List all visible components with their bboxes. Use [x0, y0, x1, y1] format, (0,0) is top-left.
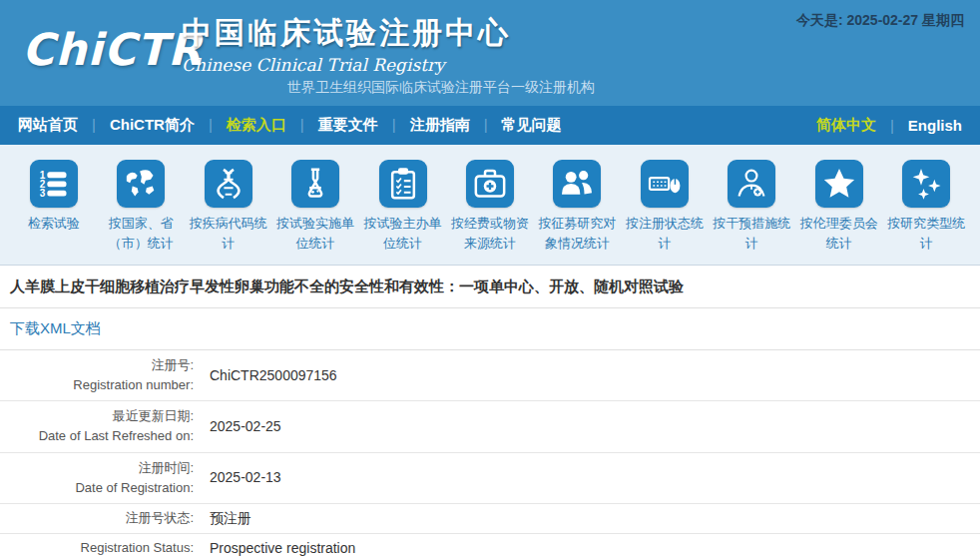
row-label: 注册号状态: [0, 504, 202, 532]
people-icon [553, 160, 601, 208]
nav-item[interactable]: 网站首页 [18, 116, 78, 135]
world-map-icon [117, 160, 165, 208]
nav-item[interactable]: 注册指南 [378, 116, 470, 135]
row-label-chinese: 注册时间: [0, 458, 194, 478]
language-option[interactable]: English [876, 117, 962, 134]
who-registry-line: 世界卫生组织国际临床试验注册平台一级注册机构 [287, 79, 595, 97]
current-date: 今天是: 2025-02-27 星期四 [796, 12, 964, 30]
toolbar-item[interactable]: 按经费或物资来源统计 [446, 160, 533, 265]
keyboard-mouse-icon [641, 160, 689, 208]
main-nav: 网站首页 ChiCTR简介 检索入口 重要文件 注册指南 常见问题 简体中文 E… [0, 106, 980, 145]
row-value: ChiCTR2500097156 [202, 361, 337, 390]
toolbar-item[interactable]: 按研究类型统计 [883, 160, 970, 265]
site-title-block: 中国临床试验注册中心 Chinese Clinical Trial Regist… [182, 13, 511, 75]
toolbar-item[interactable]: 按试验主办单位统计 [359, 160, 446, 265]
row-value: 2025-02-13 [202, 463, 281, 492]
row-value: 2025-02-25 [202, 412, 281, 441]
download-xml-link[interactable]: 下载XML文档 [10, 319, 101, 336]
trial-title: 人羊膜上皮干细胞移植治疗早发性卵巢功能不全的安全性和有效性：一项单中心、开放、随… [0, 266, 980, 308]
nav-item[interactable]: ChiCTR简介 [78, 116, 195, 135]
clipboard-icon [379, 160, 427, 208]
toolbar-item[interactable]: 按国家、省（市）统计 [97, 160, 184, 265]
toolbar-item-label: 按研究类型统计 [883, 214, 970, 253]
site-title-chinese: 中国临床试验注册中心 [182, 13, 511, 54]
toolbar-item[interactable]: 按试验实施单位统计 [271, 160, 358, 265]
flask-icon [291, 160, 339, 208]
toolbar-item-label: 按征募研究对象情况统计 [534, 214, 621, 253]
language-switch: 简体中文 English [816, 116, 962, 135]
row-label-english: Date of Registration: [0, 478, 194, 498]
language-option[interactable]: 简体中文 [816, 116, 876, 135]
toolbar-item[interactable]: 按伦理委员会统计 [795, 160, 882, 265]
nav-item[interactable]: 常见问题 [470, 116, 562, 135]
table-row: 注册时间: Date of Registration: 2025-02-13 [0, 453, 980, 504]
toolbar-item[interactable]: 123 检索试验 [10, 160, 97, 265]
toolbar-item-label: 按干预措施统计 [709, 214, 795, 253]
chictr-logo[interactable]: ChiCTR [22, 24, 203, 75]
table-row: 注册号: Registration number: ChiCTR25000971… [0, 350, 980, 401]
toolbar-item-label: 按疾病代码统计 [185, 214, 271, 253]
toolbar-item-label: 按注册状态统计 [621, 214, 708, 253]
nav-item[interactable]: 检索入口 [195, 116, 286, 135]
row-label-chinese: 最近更新日期: [0, 406, 194, 426]
svg-text:3: 3 [40, 188, 46, 199]
toolbar-item-label: 检索试验 [28, 214, 80, 234]
row-label: 最近更新日期: Date of Last Refreshed on: [0, 401, 202, 451]
doctor-icon [728, 160, 775, 208]
trial-detail-table: 注册号: Registration number: ChiCTR25000971… [0, 350, 980, 560]
numbered-list-icon: 123 [30, 160, 78, 208]
toolbar-item-label: 按经费或物资来源统计 [446, 214, 533, 253]
table-row: 最近更新日期: Date of Last Refreshed on: 2025-… [0, 401, 980, 452]
table-row: Registration Status: Prospective registr… [0, 534, 980, 560]
nav-menu: 网站首页 ChiCTR简介 检索入口 重要文件 注册指南 常见问题 [18, 116, 562, 135]
row-value: Prospective registration [202, 534, 355, 560]
site-title-english: Chinese Clinical Trial Registry [182, 55, 511, 75]
sparkles-icon [902, 160, 950, 208]
row-label-english: Registration number: [0, 375, 194, 395]
toolbar-item-label: 按伦理委员会统计 [795, 214, 882, 253]
nav-item[interactable]: 重要文件 [286, 116, 378, 135]
medical-bag-icon [466, 160, 514, 208]
row-label-english: Date of Last Refreshed on: [0, 426, 194, 446]
row-label: Registration Status: [0, 534, 202, 560]
row-label-english: Registration Status: [0, 538, 194, 558]
row-label-chinese: 注册号: [0, 355, 194, 375]
dna-icon [205, 160, 252, 208]
row-label-chinese: 注册号状态: [0, 508, 194, 528]
toolbar-item-label: 按试验主办单位统计 [359, 214, 446, 253]
toolbar-item-label: 按试验实施单位统计 [271, 214, 358, 253]
row-label: 注册号: Registration number: [0, 350, 202, 400]
star-icon [815, 160, 863, 208]
statistics-toolbar: 123 检索试验 按国家、省（市）统计 按疾病代码统计 按试验实施单位统计 按试… [0, 145, 980, 266]
table-row: 注册号状态: 预注册 [0, 504, 980, 534]
row-label: 注册时间: Date of Registration: [0, 453, 202, 503]
trial-detail-panel: 人羊膜上皮干细胞移植治疗早发性卵巢功能不全的安全性和有效性：一项单中心、开放、随… [0, 266, 980, 560]
row-value: 预注册 [202, 504, 251, 533]
download-row: 下载XML文档 [0, 308, 980, 350]
toolbar-item[interactable]: 按疾病代码统计 [185, 160, 271, 265]
toolbar-item[interactable]: 按注册状态统计 [621, 160, 708, 265]
toolbar-item-label: 按国家、省（市）统计 [97, 214, 184, 253]
toolbar-item[interactable]: 按征募研究对象情况统计 [534, 160, 621, 265]
toolbar-item[interactable]: 按干预措施统计 [709, 160, 795, 265]
site-header: ChiCTR 中国临床试验注册中心 Chinese Clinical Trial… [0, 0, 980, 106]
